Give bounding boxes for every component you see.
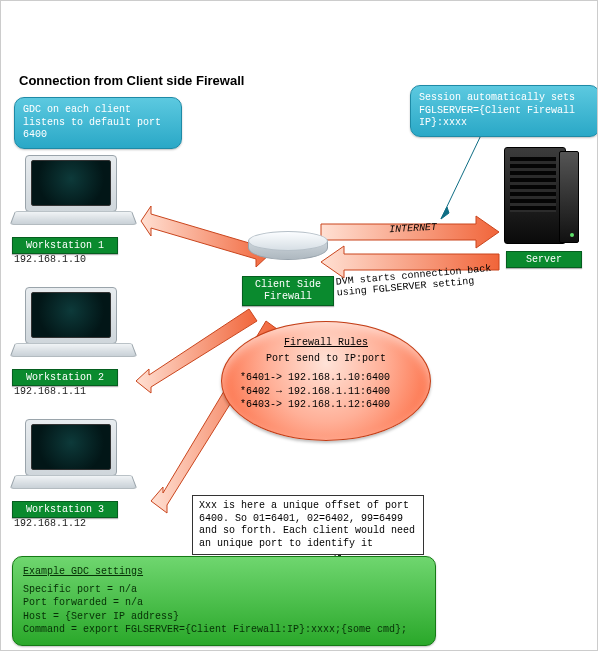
firewall-rules-heading: Firewall Rules — [240, 336, 412, 350]
gdc-setting-line: Specific port = n/a — [23, 583, 425, 597]
workstation-3-label: Workstation 3 — [12, 501, 118, 518]
gdc-setting-line: Command = export FGLSERVER={Client Firew… — [23, 623, 425, 637]
gdc-setting-line: Host = {Server IP address} — [23, 610, 425, 624]
callout-session-sets: Session automatically sets FGLSERVER={Cl… — [410, 85, 598, 137]
label-dvm-back: DVM starts connection back using FGLSERV… — [335, 261, 511, 298]
workstation-2-label: Workstation 2 — [12, 369, 118, 386]
server-icon — [504, 147, 579, 247]
svg-marker-6 — [441, 207, 449, 219]
workstation-2-icon — [15, 287, 130, 365]
diagram-canvas: { "title": "Connection from Client side … — [0, 0, 598, 651]
firewall-rule: *6403-> 192.168.1.12:6400 — [240, 398, 412, 412]
firewall-label: Client Side Firewall — [242, 276, 334, 306]
gdc-settings-heading: Example GDC settings — [23, 565, 425, 579]
firewall-rule: *6402 → 192.168.1.11:6400 — [240, 385, 412, 399]
server-label: Server — [506, 251, 582, 268]
workstation-2-ip: 192.168.1.11 — [14, 386, 86, 397]
page-title: Connection from Client side Firewall — [19, 73, 244, 88]
gdc-setting-line: Port forwarded = n/a — [23, 596, 425, 610]
firewall-rules-bubble: Firewall Rules Port send to IP:port *640… — [221, 321, 431, 441]
firewall-label-text: Client Side Firewall — [255, 279, 321, 302]
label-internet: INTERNET — [389, 222, 438, 235]
workstation-3-ip: 192.168.1.12 — [14, 518, 86, 529]
gdc-settings-box: Example GDC settings Specific port = n/a… — [12, 556, 436, 646]
offset-note: Xxx is here a unique offset of port 6400… — [192, 495, 424, 555]
callout-gdc-listen: GDC on each client listens to default po… — [14, 97, 182, 149]
workstation-1-ip: 192.168.1.10 — [14, 254, 86, 265]
svg-line-5 — [441, 131, 483, 219]
workstation-1-icon — [15, 155, 130, 233]
workstation-1-label: Workstation 1 — [12, 237, 118, 254]
firewall-icon — [248, 231, 326, 265]
workstation-3-icon — [15, 419, 130, 497]
firewall-rule: *6401-> 192.168.1.10:6400 — [240, 371, 412, 385]
firewall-rules-sub: Port send to IP:port — [240, 352, 412, 366]
